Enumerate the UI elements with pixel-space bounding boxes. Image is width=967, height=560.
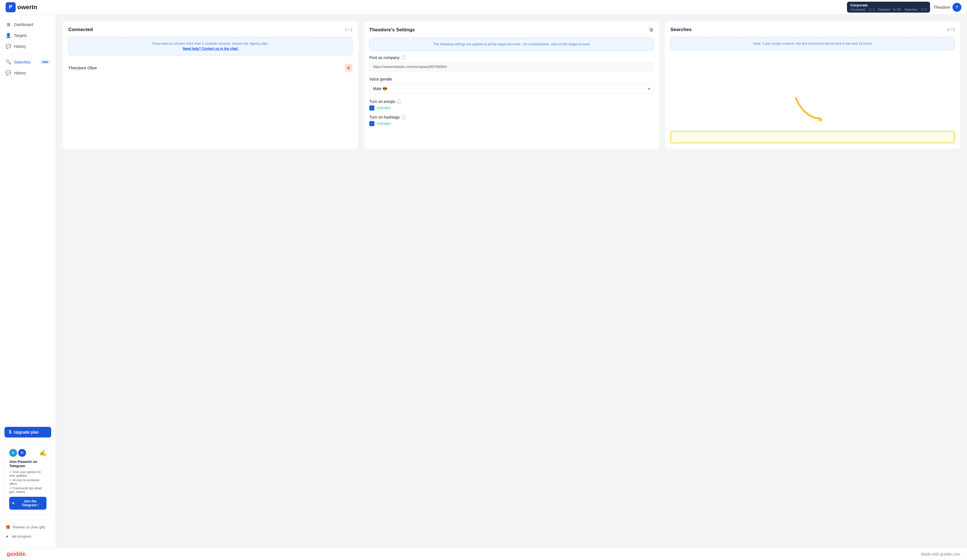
settings-icon-button[interactable]: ⚙ <box>649 27 653 33</box>
telegram-btn-icon: ✈ <box>12 501 15 505</box>
connected-value: 1 / 1 <box>868 8 875 11</box>
dashboard-icon: ⊞ <box>6 22 11 27</box>
sidebar-nav: ⊞ Dashboard 👤 Targets 💬 History 🔍 Search… <box>0 19 56 423</box>
hashtags-label: Turn on hashtags i <box>369 115 653 119</box>
footer-logo: guidde. <box>7 551 26 557</box>
sidebar-item-searches[interactable]: 🔍 Searches new <box>0 56 56 68</box>
sidebar-item-history[interactable]: 💬 History <box>0 68 56 78</box>
plan-name: Corporate <box>850 3 927 7</box>
connected-panel: Connected 1 / 1 If you want to connect m… <box>63 21 358 149</box>
footer: guidde. Made with guidde.com <box>0 548 967 560</box>
searches-panel-title: Searches <box>670 27 691 33</box>
sidebar-history-label: History <box>14 71 26 75</box>
searches-panel-count: 0 / 3 <box>947 27 955 32</box>
topbar: P owerIn Corporate Connected 1 / 1 Targe… <box>0 0 967 15</box>
topbar-right: Corporate Connected 1 / 1 Targeted 0 / 5… <box>847 2 961 13</box>
emojis-activated-label: Activated <box>376 106 390 110</box>
targeted-label: Targeted <box>878 8 890 11</box>
dollar-icon: $ <box>9 430 12 435</box>
emojis-row: Turn on emojis i ✓ Activated <box>369 99 653 110</box>
emojis-info-icon[interactable]: i <box>397 99 401 104</box>
searches-panel-header: Searches 0 / 3 <box>670 27 955 33</box>
settings-panel-header: Theodore's Settings ⚙ <box>369 27 653 33</box>
connected-info-text: If you want to connect more than 1 Linke… <box>152 42 269 46</box>
searches-info-box: Note: if you create a search, the first … <box>670 37 955 50</box>
searches-new-badge: new <box>40 60 50 64</box>
emojis-checkbox[interactable]: ✓ <box>369 105 375 110</box>
yellow-arrow-svg <box>787 95 838 123</box>
voice-gender-label: Voice gender <box>369 77 653 81</box>
telegram-benefit-1: Give your opinion on new updates <box>9 470 46 477</box>
targeted-value: 0 / 50 <box>893 8 901 11</box>
user-initial: T <box>956 5 958 9</box>
sidebar-item-affiliate[interactable]: ★ ate program <box>0 532 56 541</box>
upgrade-plan-button[interactable]: $ Upgrade plan <box>5 427 51 438</box>
sidebar: ⊞ Dashboard 👤 Targets 💬 History 🔍 Search… <box>0 15 56 548</box>
review-label: Review us (free gift) <box>13 525 45 529</box>
user-name: Theodore <box>933 5 950 10</box>
sidebar-item-targets[interactable]: 👤 Targets <box>0 30 56 41</box>
connected-info-box: If you want to connect more than 1 Linke… <box>68 37 353 55</box>
telegram-benefits: Give your opinion on new updates Access … <box>9 470 46 493</box>
searches-highlight-box[interactable] <box>670 131 955 143</box>
post-as-company-label: Post as company i <box>369 55 653 60</box>
telegram-card: ✈ Pi ✍ Join PowerIn on Telegram Give you… <box>5 444 51 514</box>
connected-info-link[interactable]: Need help? Contact us in the chat! <box>183 47 238 51</box>
app-body: ⊞ Dashboard 👤 Targets 💬 History 🔍 Search… <box>0 15 967 548</box>
sidebar-item-label: Dashboard <box>14 22 33 27</box>
sidebar-searches-label: Searches <box>14 60 30 64</box>
sidebar-item-history-targets[interactable]: 💬 History <box>0 41 56 52</box>
panels-grid: Connected 1 / 1 If you want to connect m… <box>63 21 960 149</box>
logo-text: owerIn <box>17 3 37 11</box>
hashtags-checkbox[interactable]: ✓ <box>369 121 375 126</box>
telegram-card-header: ✈ Pi ✍ <box>9 449 46 457</box>
affiliate-label: ate program <box>12 534 31 539</box>
voice-select-wrapper: Male 😎 Female 💁 <box>369 84 653 94</box>
company-url: https://www.linkedin.com/company/9570830… <box>369 62 653 71</box>
history-icon: 💬 <box>6 70 11 76</box>
settings-panel: Theodore's Settings ⚙ The following sett… <box>364 21 659 149</box>
user-avatar[interactable]: T <box>952 3 961 12</box>
searches-info-text: Note: if you create a search, the first … <box>754 42 872 46</box>
powerin-icon: Pi <box>18 449 26 457</box>
delete-account-button[interactable]: 🗑 <box>345 64 353 72</box>
handwrite-icon: ✍ <box>40 450 46 456</box>
sidebar-bottom: 🎁 Review us (free gift) ★ ate program <box>0 520 56 543</box>
connected-panel-count: 1 / 1 <box>345 27 353 32</box>
telegram-benefit-3: Community tips (lead gen, hacks) <box>9 486 46 493</box>
plan-badge: Corporate Connected 1 / 1 Targeted 0 / 5… <box>847 2 930 13</box>
sidebar-item-dashboard[interactable]: ⊞ Dashboard <box>0 19 56 30</box>
telegram-benefit-2: Access to exclusive offers <box>9 478 46 485</box>
review-icon: 🎁 <box>6 525 10 529</box>
searches-label: Searches <box>904 8 917 11</box>
sidebar-item-label: History <box>14 44 26 49</box>
affiliate-icon: ★ <box>6 534 9 539</box>
hashtags-info-icon[interactable]: i <box>401 115 406 119</box>
logo[interactable]: P owerIn <box>6 2 37 12</box>
account-row: Theodore Olive 🗑 <box>68 60 353 76</box>
upgrade-plan-label: Upgrade plan <box>14 430 39 435</box>
telegram-title: Join PowerIn on Telegram <box>9 460 46 468</box>
telegram-icons: ✈ Pi <box>9 449 26 457</box>
hashtags-activated-label: Activated <box>376 122 390 125</box>
footer-credit: Made with guidde.com <box>921 552 960 557</box>
targets-icon: 👤 <box>6 33 11 38</box>
yellow-arrow-area <box>670 95 955 128</box>
post-company-info-icon[interactable]: i <box>401 55 406 60</box>
hashtags-checkbox-row: ✓ Activated <box>369 121 653 126</box>
sidebar-item-review[interactable]: 🎁 Review us (free gift) <box>0 522 56 532</box>
searches-panel: Searches 0 / 3 Note: if you create a sea… <box>665 21 960 149</box>
emojis-label: Turn on emojis i <box>369 99 653 104</box>
history-targets-icon: 💬 <box>6 44 11 49</box>
join-telegram-button[interactable]: ✈ Join the Telegram ! <box>9 497 46 510</box>
hashtags-row: Turn on hashtags i ✓ Activated <box>369 115 653 126</box>
logo-icon: P <box>6 2 16 12</box>
connected-panel-title: Connected <box>68 27 93 33</box>
settings-info-text: The following settings are applied to al… <box>433 42 590 46</box>
voice-gender-row: Voice gender Male 😎 Female 💁 <box>369 77 653 94</box>
settings-info-box: The following settings are applied to al… <box>369 38 653 51</box>
main-content: Connected 1 / 1 If you want to connect m… <box>56 15 967 548</box>
emojis-checkbox-row: ✓ Activated <box>369 105 653 110</box>
voice-gender-select[interactable]: Male 😎 Female 💁 <box>369 84 653 94</box>
telegram-icon: ✈ <box>9 449 17 457</box>
